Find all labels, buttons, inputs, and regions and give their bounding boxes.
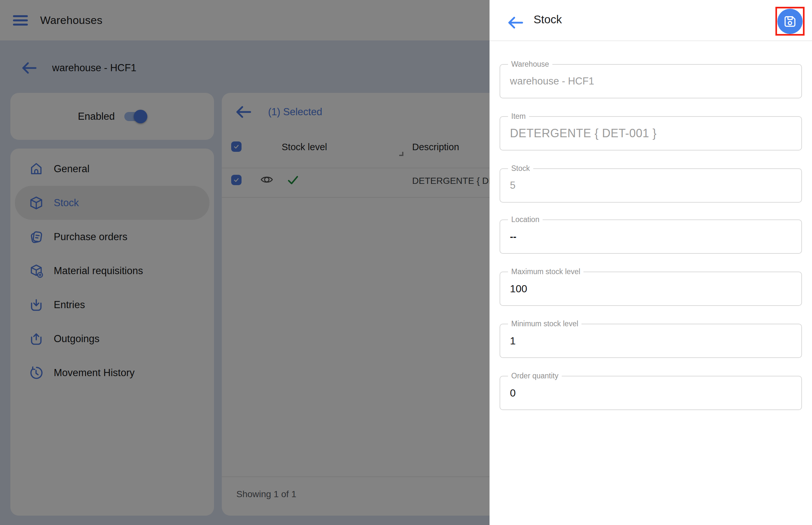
stock-edit-drawer: Stock Warehouse warehouse - HCF1 Item DE… — [489, 0, 812, 525]
field-label: Item — [508, 112, 529, 121]
field-maximum-stock-level: Maximum stock level 100 — [500, 272, 802, 306]
drawer-back-arrow-icon[interactable] — [506, 13, 525, 32]
field-order-quantity: Order quantity 0 — [500, 376, 802, 410]
drawer-header: Stock — [489, 0, 812, 41]
field-minimum-stock-level: Minimum stock level 1 — [500, 324, 802, 358]
warehouses-app: Warehouses warehouse - HCF1 Enabled Gene… — [0, 0, 812, 525]
field-label: Stock — [508, 164, 533, 173]
save-button[interactable] — [777, 9, 802, 34]
tutorial-highlight-box — [776, 7, 804, 35]
drawer-title: Stock — [534, 13, 562, 26]
field-location: Location -- — [500, 220, 802, 254]
field-label: Minimum stock level — [508, 319, 581, 328]
stock-input: 5 — [500, 169, 801, 202]
field-warehouse: Warehouse warehouse - HCF1 — [500, 64, 802, 99]
save-floppy-icon — [783, 14, 797, 29]
field-stock: Stock 5 — [500, 168, 802, 202]
field-label: Warehouse — [508, 60, 552, 69]
field-label: Order quantity — [508, 372, 562, 380]
field-label: Location — [508, 215, 543, 224]
minimum-stock-level-input[interactable]: 1 — [500, 324, 801, 357]
field-item: Item DETERGENTE { DET-001 } — [500, 116, 802, 150]
field-label: Maximum stock level — [508, 267, 584, 276]
order-quantity-input[interactable]: 0 — [500, 376, 801, 409]
warehouse-input: warehouse - HCF1 — [500, 65, 801, 98]
maximum-stock-level-input[interactable]: 100 — [500, 272, 801, 305]
item-input: DETERGENTE { DET-001 } — [500, 117, 801, 150]
location-input[interactable]: -- — [500, 220, 801, 253]
